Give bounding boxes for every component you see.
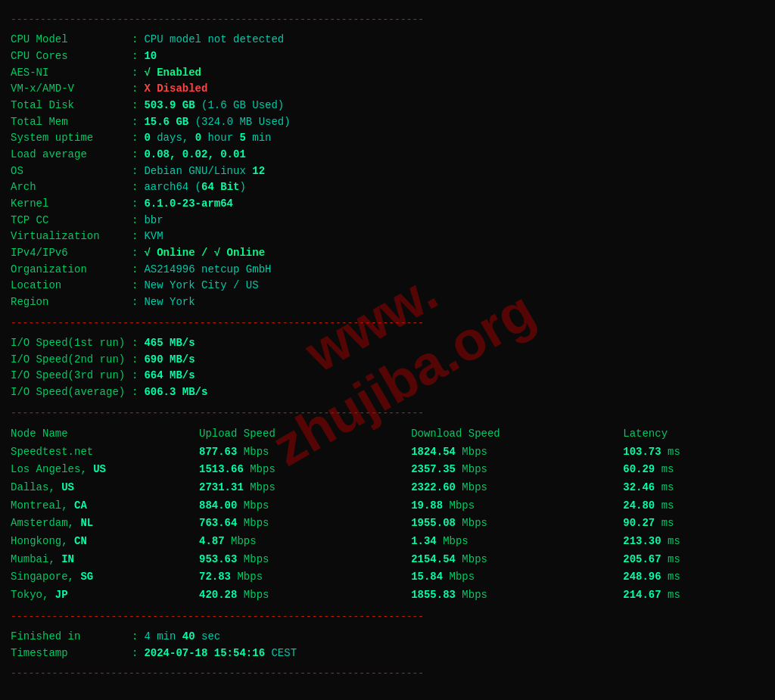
io-run2-value: 690 MB/s <box>144 352 195 369</box>
tcp-label: TCP CC <box>11 213 132 229</box>
ipv-value: √ Online / √ Online <box>144 245 265 262</box>
kernel-label: Kernel <box>11 196 132 213</box>
location-value: New York City / US <box>144 278 258 294</box>
io-run2-label: I/O Speed(2nd run) <box>11 352 132 369</box>
io-run2-row: I/O Speed(2nd run) : 690 MB/s <box>11 352 764 369</box>
top-divider: ----------------------------------------… <box>11 12 764 27</box>
header-node: Node Name <box>11 425 199 443</box>
cpu-model-value: CPU model not detected <box>144 32 284 48</box>
cpu-model-label: CPU Model <box>11 32 132 48</box>
network-table-row: Mumbai, IN953.63 Mbps2154.54 Mbps205.67 … <box>11 551 764 569</box>
network-download-speed: 19.88 Mbps <box>411 497 623 515</box>
vmx-value: X Disabled <box>144 81 207 98</box>
network-latency: 213.30 ms <box>623 533 764 551</box>
region-label: Region <box>11 294 132 311</box>
org-row: Organization : AS214996 netcup GmbH <box>11 262 764 278</box>
network-upload-speed: 1513.66 Mbps <box>199 461 411 479</box>
network-table-row: Los Angeles, US1513.66 Mbps2357.35 Mbps6… <box>11 461 764 479</box>
network-table: Node Name Upload Speed Download Speed La… <box>11 425 764 605</box>
arch-row: Arch : aarch64 (64 Bit) <box>11 179 764 196</box>
uptime-label: System uptime <box>11 130 132 147</box>
network-download-speed: 1.34 Mbps <box>411 533 623 551</box>
os-row: OS : Debian GNU/Linux 12 <box>11 163 764 180</box>
ipv-row: IPv4/IPv6 : √ Online / √ Online <box>11 245 764 262</box>
io-run1-value: 465 MB/s <box>144 335 195 352</box>
disk-value: 503.9 GB <box>144 98 195 114</box>
network-latency: 248.96 ms <box>623 568 764 586</box>
network-download-speed: 2154.54 Mbps <box>411 551 623 569</box>
network-node-name: Singapore, SG <box>11 568 199 586</box>
bottom-divider: ----------------------------------------… <box>11 666 764 681</box>
load-label: Load average <box>11 147 132 163</box>
network-node-name: Speedtest.net <box>11 443 199 462</box>
cpu-cores-row: CPU Cores : 10 <box>11 48 764 65</box>
cpu-cores-label: CPU Cores <box>11 48 132 65</box>
os-label: OS <box>11 163 132 180</box>
network-upload-speed: 72.83 Mbps <box>199 568 411 586</box>
org-value: AS214996 netcup GmbH <box>144 262 271 278</box>
network-table-row: Amsterdam, NL763.64 Mbps1955.08 Mbps90.2… <box>11 515 764 533</box>
aes-ni-label: AES-NI <box>11 65 132 82</box>
arch-value: aarch64 (64 Bit) <box>144 179 245 196</box>
cpu-cores-value: 10 <box>144 48 157 65</box>
finished-label: Finished in <box>11 629 132 646</box>
network-node-name: Los Angeles, US <box>11 461 199 479</box>
network-download-speed: 2357.35 Mbps <box>411 461 623 479</box>
mem-used: (324.0 MB Used) <box>195 114 291 131</box>
io-run3-label: I/O Speed(3rd run) <box>11 368 132 384</box>
mem-label: Total Mem <box>11 114 132 131</box>
io-run3-value: 664 MB/s <box>144 368 195 384</box>
uptime-value: 0 days, 0 hour 5 min <box>144 130 271 147</box>
network-table-row: Hongkong, CN4.87 Mbps1.34 Mbps213.30 ms <box>11 533 764 551</box>
mem-row: Total Mem : 15.6 GB (324.0 MB Used) <box>11 114 764 131</box>
network-node-name: Montreal, CA <box>11 497 199 515</box>
network-table-row: Speedtest.net877.63 Mbps1824.54 Mbps103.… <box>11 443 764 462</box>
io-avg-label: I/O Speed(average) <box>11 384 132 401</box>
vmx-label: VM-x/AMD-V <box>11 81 132 98</box>
virt-row: Virtualization : KVM <box>11 229 764 245</box>
network-table-row: Singapore, SG72.83 Mbps15.84 Mbps248.96 … <box>11 568 764 586</box>
network-download-speed: 1824.54 Mbps <box>411 443 623 462</box>
kernel-row: Kernel : 6.1.0-23-arm64 <box>11 196 764 213</box>
header-upload: Upload Speed <box>199 425 411 443</box>
timestamp-value: 2024-07-18 15:54:16 <box>144 646 265 662</box>
io-avg-value: 606.3 MB/s <box>144 384 207 401</box>
network-node-name: Mumbai, IN <box>11 551 199 569</box>
network-latency: 205.67 ms <box>623 551 764 569</box>
network-upload-speed: 877.63 Mbps <box>199 443 411 462</box>
os-value: Debian GNU/Linux 12 <box>144 163 265 180</box>
network-node-name: Tokyo, JP <box>11 586 199 605</box>
finished-value: 4 min 40 sec <box>144 629 220 646</box>
uptime-row: System uptime : 0 days, 0 hour 5 min <box>11 130 764 147</box>
divider-4: ----------------------------------------… <box>11 609 764 624</box>
network-table-row: Dallas, US2731.31 Mbps2322.60 Mbps32.46 … <box>11 479 764 497</box>
network-table-row: Tokyo, JP420.28 Mbps1855.83 Mbps214.67 m… <box>11 586 764 605</box>
network-latency: 60.29 ms <box>623 461 764 479</box>
network-table-header: Node Name Upload Speed Download Speed La… <box>11 425 764 443</box>
mem-value: 15.6 GB <box>144 114 188 131</box>
header-latency: Latency <box>623 425 764 443</box>
virt-value: KVM <box>144 229 163 245</box>
load-row: Load average : 0.08, 0.02, 0.01 <box>11 147 764 163</box>
cpu-model-row: CPU Model : CPU model not detected <box>11 32 764 48</box>
network-latency: 32.46 ms <box>623 479 764 497</box>
network-upload-speed: 4.87 Mbps <box>199 533 411 551</box>
org-label: Organization <box>11 262 132 278</box>
network-latency: 214.67 ms <box>623 586 764 605</box>
arch-label: Arch <box>11 179 132 196</box>
load-value: 0.08, 0.02, 0.01 <box>144 147 245 163</box>
network-node-name: Amsterdam, NL <box>11 515 199 533</box>
network-upload-speed: 953.63 Mbps <box>199 551 411 569</box>
network-latency: 103.73 ms <box>623 443 764 462</box>
disk-used: (1.6 GB Used) <box>201 98 284 114</box>
network-download-speed: 1955.08 Mbps <box>411 515 623 533</box>
region-value: New York <box>144 294 195 311</box>
finished-row: Finished in : 4 min 40 sec <box>11 629 764 646</box>
vmx-row: VM-x/AMD-V : X Disabled <box>11 81 764 98</box>
tcp-value: bbr <box>144 213 163 229</box>
location-label: Location <box>11 278 132 294</box>
region-row: Region : New York <box>11 294 764 311</box>
timestamp-label: Timestamp <box>11 646 132 662</box>
io-avg-row: I/O Speed(average) : 606.3 MB/s <box>11 384 764 401</box>
disk-label: Total Disk <box>11 98 132 114</box>
